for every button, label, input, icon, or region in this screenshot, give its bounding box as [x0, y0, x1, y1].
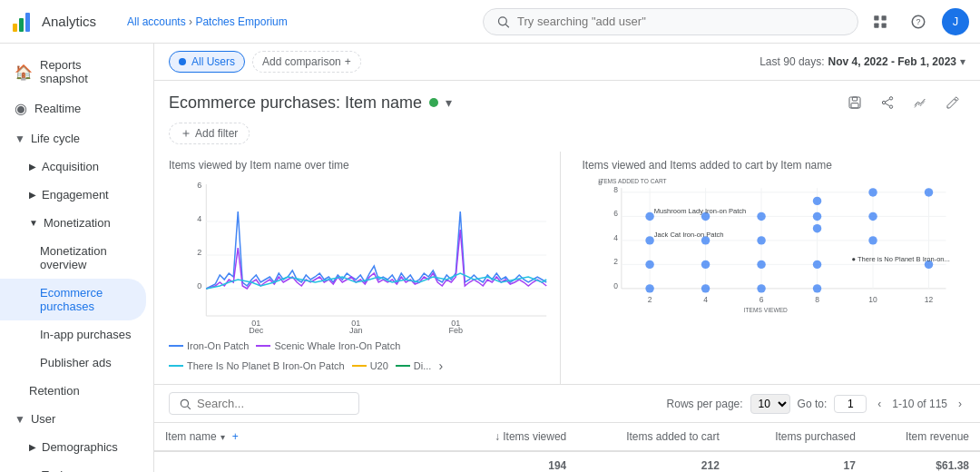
plus-icon: +: [345, 55, 351, 68]
table-search-icon: [179, 398, 191, 410]
svg-point-81: [757, 261, 765, 269]
sidebar-item-retention[interactable]: Retention: [0, 377, 146, 405]
sidebar-item-monetization-overview[interactable]: Monetization overview: [0, 237, 146, 279]
svg-text:2: 2: [647, 295, 652, 304]
breadcrumb-account[interactable]: Patches Emporium: [195, 15, 287, 28]
col-header-items-viewed[interactable]: ↓ Items viewed: [453, 423, 578, 451]
grid-icon: [872, 14, 888, 30]
rows-per-page-select[interactable]: 10 25 50: [750, 394, 790, 414]
user-section-chevron: ▼: [15, 413, 25, 426]
sidebar: 🏠 Reports snapshot ◉ Realtime ▼ Life cyc…: [0, 44, 154, 472]
add-dimension-button[interactable]: +: [232, 430, 239, 443]
svg-rect-8: [882, 23, 887, 27]
help-icon-button[interactable]: ?: [904, 7, 933, 36]
sidebar-section-user[interactable]: ▼ User: [0, 405, 153, 433]
sidebar-section-lifecycle[interactable]: ▼ Life cycle: [0, 124, 153, 152]
app-title: Analytics: [42, 14, 96, 29]
add-filter-button[interactable]: Add filter: [169, 123, 250, 144]
sidebar-item-monetization[interactable]: ▼ Monetization: [0, 209, 146, 237]
legend-label: U20: [370, 360, 388, 371]
share-icon-button[interactable]: [875, 90, 900, 115]
sidebar-label-reports-snapshot: Reports snapshot: [40, 58, 132, 85]
col-header-items-purchased[interactable]: Items purchased: [730, 423, 867, 451]
pagination-controls: Rows per page: 10 25 50 Go to: ‹ 1-10 of…: [667, 394, 965, 414]
date-dropdown-icon[interactable]: ▾: [960, 55, 965, 68]
svg-line-17: [886, 99, 890, 102]
go-to-page-input[interactable]: [834, 395, 867, 413]
col-header-item-revenue[interactable]: Item revenue: [867, 423, 980, 451]
svg-line-18: [886, 103, 890, 106]
svg-text:?: ?: [916, 17, 920, 26]
table-controls: Rows per page: 10 25 50 Go to: ‹ 1-10 of…: [154, 385, 980, 423]
col-header-items-added[interactable]: Items added to cart: [577, 423, 730, 451]
legend-label: There Is No Planet B Iron-On Patch: [187, 360, 345, 371]
legend-label: Di...: [414, 360, 432, 371]
line-chart: 6 4 2 0 01 Dec 01 Jan 01 Feb: [169, 175, 553, 334]
svg-rect-0: [13, 24, 17, 32]
table-search-input[interactable]: [197, 397, 349, 410]
sidebar-item-in-app-purchases[interactable]: In-app purchases: [0, 320, 146, 349]
sidebar-item-tech[interactable]: ▶ Tech: [0, 461, 146, 472]
svg-point-78: [645, 284, 653, 292]
sidebar-item-ecommerce-purchases[interactable]: Ecommerce purchases: [0, 279, 146, 320]
legend-iron-on: Iron-On Patch: [169, 340, 249, 351]
left-chart-title: Items viewed by Item name over time: [169, 159, 553, 172]
legend-scroll-right[interactable]: ›: [438, 359, 443, 373]
edit-icon: [946, 95, 960, 110]
grid-icon-button[interactable]: [866, 7, 895, 36]
filter-bar: Add filter: [154, 119, 980, 152]
svg-text:ITEMS ADDED TO CART: ITEMS ADDED TO CART: [598, 178, 666, 184]
lifecycle-chevron-icon: ▼: [15, 133, 25, 145]
search-input[interactable]: [517, 15, 845, 28]
svg-text:4: 4: [613, 233, 618, 242]
sidebar-item-demographics[interactable]: ▶ Demographics: [0, 433, 146, 461]
breadcrumb: All accounts › Patches Emporium: [127, 15, 475, 28]
svg-point-84: [812, 284, 820, 292]
title-chevron-icon[interactable]: ▾: [446, 95, 452, 110]
table-search[interactable]: [169, 392, 359, 415]
save-icon: [848, 95, 862, 110]
all-users-pill[interactable]: All Users: [169, 51, 245, 73]
svg-point-83: [812, 261, 820, 269]
legend-label: Scenic Whale Iron-On Patch: [274, 340, 400, 351]
sidebar-item-publisher-ads[interactable]: Publisher ads: [0, 349, 146, 377]
svg-rect-5: [874, 15, 878, 20]
legend-color: [352, 365, 367, 367]
pagination-next-button[interactable]: ›: [955, 396, 965, 412]
legend-scenic-whale: Scenic Whale Iron-On Patch: [256, 340, 400, 351]
compare-icon: [913, 95, 927, 110]
svg-point-79: [701, 261, 709, 269]
svg-line-88: [188, 406, 191, 408]
total-purchased: 17 100% of total: [730, 451, 867, 472]
svg-text:2: 2: [613, 257, 618, 266]
legend-u20: U20: [352, 360, 388, 371]
svg-point-65: [812, 197, 820, 205]
svg-text:Jack Cat Iron-on Patch: Jack Cat Iron-on Patch: [653, 231, 723, 239]
svg-text:4: 4: [197, 214, 201, 223]
search-bar[interactable]: [483, 8, 858, 35]
pagination-prev-button[interactable]: ‹: [874, 396, 885, 412]
help-icon: ?: [910, 14, 926, 30]
main-header: All Users Add comparison + Last 90 days:…: [154, 44, 980, 81]
search-icon: [496, 15, 510, 29]
sidebar-item-acquisition[interactable]: ▶ Acquisition: [0, 152, 146, 181]
sidebar-item-engagement[interactable]: ▶ Engagement: [0, 181, 146, 209]
sidebar-item-reports-snapshot[interactable]: 🏠 Reports snapshot: [0, 51, 146, 93]
svg-rect-6: [882, 15, 887, 20]
legend-color: [256, 345, 270, 347]
compare-icon-button[interactable]: [907, 90, 933, 115]
expand-icon2: ▶: [29, 442, 36, 452]
main-content: All Users Add comparison + Last 90 days:…: [154, 44, 980, 472]
share-icon: [880, 95, 895, 110]
svg-text:Jan: Jan: [349, 326, 363, 334]
add-comparison-button[interactable]: Add comparison +: [252, 51, 361, 73]
app-logo: Analytics: [11, 9, 120, 34]
svg-point-64: [757, 212, 765, 221]
col-header-item-name[interactable]: Item name ▾ +: [154, 423, 453, 451]
edit-icon-button[interactable]: [940, 90, 965, 115]
legend-planet-b: There Is No Planet B Iron-On Patch: [169, 360, 345, 371]
sidebar-item-realtime[interactable]: ◉ Realtime: [0, 93, 146, 124]
save-icon-button[interactable]: [842, 90, 867, 115]
user-avatar[interactable]: J: [942, 8, 969, 35]
breadcrumb-all-accounts[interactable]: All accounts: [127, 15, 186, 28]
